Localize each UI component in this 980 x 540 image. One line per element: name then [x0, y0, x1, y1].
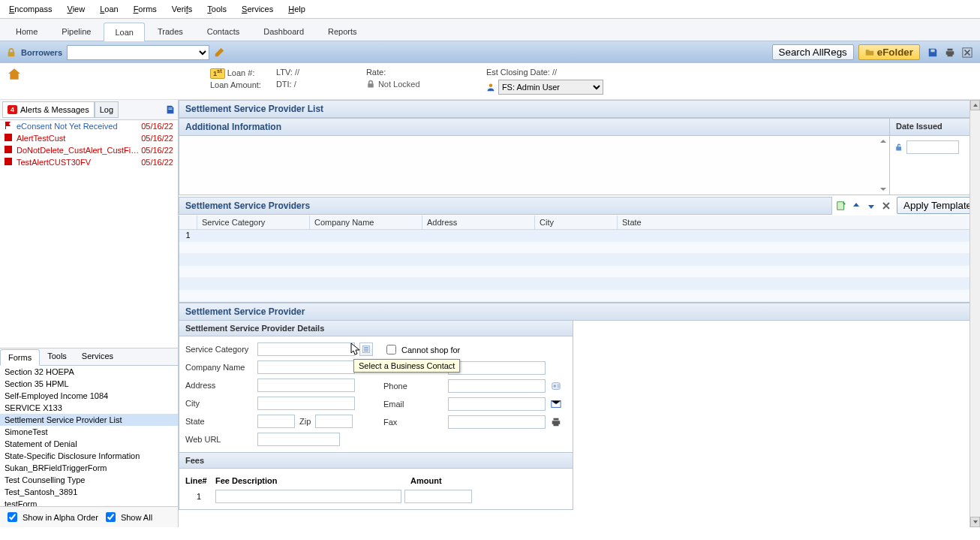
phone-input[interactable] — [448, 379, 546, 393]
tab-dashboard[interactable]: Dashboard — [252, 22, 315, 41]
fax-icon[interactable] — [550, 416, 562, 428]
form-item[interactable]: Test_Santosh_3891 — [0, 486, 178, 498]
state-input[interactable] — [257, 415, 295, 428]
form-item[interactable]: State-Specific Disclosure Information — [0, 450, 178, 462]
table-row[interactable] — [179, 254, 979, 266]
left-panel: 4 Alerts & Messages Log eConsent Not Yet… — [0, 100, 179, 527]
alert-row[interactable]: DoNotDelete_CustAlert_CustField05/16/22 — [0, 144, 178, 156]
alerts-export-icon[interactable] — [165, 104, 176, 115]
home-icon[interactable] — [8, 68, 23, 83]
menu-forms[interactable]: Forms — [131, 3, 160, 15]
form-item[interactable]: Section 32 HOEPA — [0, 366, 178, 378]
svg-rect-3 — [5, 146, 12, 153]
menu-encompass[interactable]: Encompass — [6, 3, 55, 15]
date-issued-header: Date Issued — [890, 118, 980, 136]
service-category-input[interactable] — [257, 342, 355, 356]
borrowers-bar: Borrowers Search AllRegs eFolder — [0, 41, 980, 63]
additional-info-box[interactable] — [179, 136, 890, 195]
print-icon[interactable] — [943, 46, 957, 59]
svg-rect-2 — [5, 134, 12, 141]
contact-name-input[interactable] — [448, 361, 546, 375]
tab-loan[interactable]: Loan — [104, 23, 144, 41]
form-item[interactable]: SimoneTest — [0, 426, 178, 438]
email-input[interactable] — [448, 397, 546, 411]
zip-input[interactable] — [315, 415, 353, 428]
show-alpha-checkbox[interactable]: Show in Alpha Order — [5, 510, 98, 524]
menu-tools[interactable]: Tools — [204, 3, 230, 15]
tab-home[interactable]: Home — [5, 22, 49, 41]
save-icon[interactable] — [926, 46, 939, 59]
alert-square-icon — [5, 158, 14, 167]
fee-row: 1 — [185, 488, 567, 505]
form-item[interactable]: Sukan_BRFieldTriggerForm — [0, 462, 178, 474]
log-tab[interactable]: Log — [95, 101, 119, 118]
table-row[interactable] — [179, 290, 979, 302]
city-input[interactable] — [257, 397, 355, 410]
table-row[interactable] — [179, 266, 979, 278]
company-name-input[interactable] — [257, 361, 355, 374]
form-item[interactable]: Test Counselling Type — [0, 474, 178, 486]
form-item[interactable]: Self-Employed Income 1084 — [0, 390, 178, 402]
left-tab-forms[interactable]: Forms — [0, 349, 40, 366]
alert-row[interactable]: eConsent Not Yet Received05/16/22 — [0, 120, 178, 132]
additional-info-header: Additional Information — [179, 118, 890, 136]
provider-down-icon[interactable] — [865, 200, 877, 212]
fax-input[interactable] — [448, 415, 546, 429]
svg-point-8 — [554, 385, 557, 388]
menu-view[interactable]: View — [64, 3, 88, 15]
admin-user-select[interactable]: FS: Admin User — [498, 80, 603, 95]
menu-services[interactable]: Services — [239, 3, 276, 15]
borrowers-edit-icon[interactable] — [214, 47, 224, 58]
menu-help[interactable]: Help — [285, 3, 308, 15]
table-row[interactable] — [179, 242, 979, 254]
show-all-checkbox[interactable]: Show All — [103, 510, 152, 524]
borrowers-lock-icon — [6, 47, 17, 58]
address-input[interactable] — [257, 379, 355, 392]
left-bottom-tabs: FormsToolsServices — [0, 348, 178, 366]
form-item[interactable]: Settlement Service Provider List — [0, 414, 178, 426]
date-issued-input[interactable] — [906, 140, 959, 154]
vertical-scrollbar[interactable] — [969, 100, 980, 527]
tab-pipeline[interactable]: Pipeline — [50, 22, 102, 41]
search-allregs-button[interactable]: Search AllRegs — [772, 44, 854, 60]
fees-header: Fees — [179, 452, 573, 469]
provider-delete-icon[interactable] — [880, 200, 892, 212]
close-icon[interactable] — [960, 46, 974, 59]
service-category-lookup-button[interactable] — [359, 342, 373, 356]
tab-trades[interactable]: Trades — [146, 22, 194, 41]
borrowers-select[interactable] — [67, 45, 209, 60]
weburl-input[interactable] — [257, 433, 340, 446]
alert-square-icon — [5, 146, 14, 155]
alerts-tab[interactable]: 4 Alerts & Messages — [2, 101, 95, 118]
table-row[interactable] — [179, 278, 979, 290]
tab-reports[interactable]: Reports — [317, 22, 368, 41]
menu-loan[interactable]: Loan — [97, 3, 121, 15]
provider-up-icon[interactable] — [850, 200, 862, 212]
cannot-shop-checkbox[interactable] — [386, 345, 396, 354]
email-icon[interactable] — [550, 398, 562, 410]
form-item[interactable]: Statement of Denial — [0, 438, 178, 450]
efolder-button[interactable]: eFolder — [858, 44, 920, 60]
provider-details-panel: Settlement Service Provider Details Serv… — [179, 321, 573, 510]
date-lock-icon — [894, 143, 903, 152]
form-item[interactable]: SERVICE X133 — [0, 402, 178, 414]
left-tab-tools[interactable]: Tools — [40, 348, 74, 365]
table-row[interactable]: 1 — [179, 230, 979, 242]
form-item[interactable]: testForm — [0, 498, 178, 507]
fee-amount-input[interactable] — [404, 490, 472, 503]
tooltip: Select a Business Contact — [353, 359, 460, 373]
provider-add-icon[interactable] — [835, 200, 847, 212]
forms-list[interactable]: Section 32 HOEPASection 35 HPMLSelf-Empl… — [0, 366, 178, 507]
right-panel: Settlement Service Provider List Additio… — [179, 100, 980, 527]
form-item[interactable]: Section 35 HPML — [0, 378, 178, 390]
tab-contacts[interactable]: Contacts — [196, 22, 251, 41]
loan-info-bar: 1st Loan #: Loan Amount: LTV: // DTI: / … — [0, 63, 980, 100]
menu-verifs[interactable]: Verifs — [169, 3, 196, 15]
rolodex-icon[interactable] — [550, 380, 562, 392]
alerts-list: eConsent Not Yet Received05/16/22AlertTe… — [0, 120, 178, 168]
apply-template-button[interactable]: Apply Template — [897, 197, 978, 214]
alert-row[interactable]: TestAlertCUST30FV05/16/22 — [0, 156, 178, 168]
fee-description-input[interactable] — [215, 490, 401, 503]
left-tab-services[interactable]: Services — [74, 348, 121, 365]
alert-row[interactable]: AlertTestCust05/16/22 — [0, 132, 178, 144]
